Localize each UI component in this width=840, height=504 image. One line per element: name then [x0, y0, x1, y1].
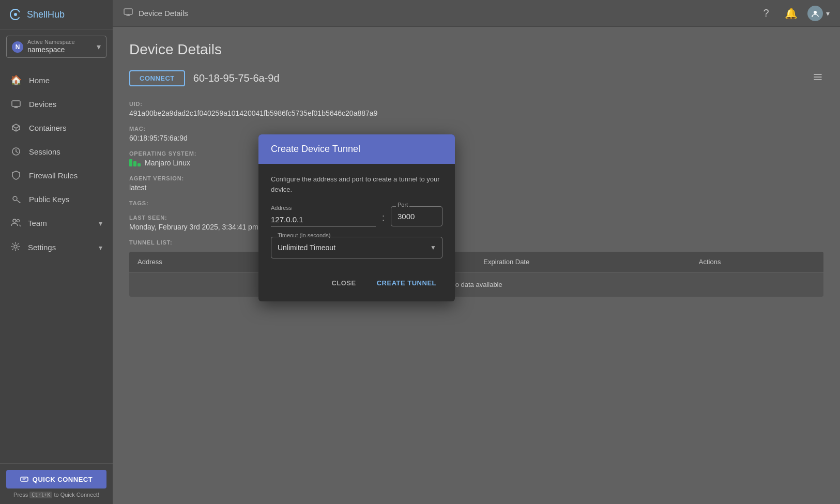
list-view-button[interactable] [812, 71, 823, 85]
user-menu[interactable]: ▾ [807, 6, 830, 21]
tunnel-list-table: Address Host Port Expiration Date Action… [129, 252, 823, 297]
sidebar-item-team[interactable]: Team ▾ [0, 211, 113, 235]
user-dropdown-arrow: ▾ [826, 9, 830, 18]
uid-section: UID: 491a00be2a9dad2c1f040259a101420041f… [129, 101, 823, 117]
agent-section: AGENT VERSION: latest [129, 175, 823, 192]
os-section: OPERATING SYSTEM: Manjaro Linux [129, 150, 823, 167]
public-keys-icon [10, 193, 22, 205]
uid-label: UID: [129, 101, 823, 107]
main-content: Device Details ? 🔔 ▾ Device Details CONN… [113, 0, 840, 504]
address-input[interactable] [271, 213, 376, 226]
address-label: Address [271, 205, 376, 211]
namespace-selector[interactable]: N Active Namespace namespace ▾ [6, 36, 106, 58]
port-field-group: Port [391, 206, 442, 226]
help-button[interactable]: ? [758, 5, 774, 22]
svg-point-0 [14, 13, 17, 16]
timeout-select[interactable]: Unlimited Timeout 30 seconds 60 seconds … [271, 237, 442, 258]
port-input[interactable] [391, 206, 442, 226]
modal-address-port-row: Address : Port [271, 205, 442, 226]
sidebar-item-label-public-keys: Public Keys [29, 195, 69, 204]
sidebar-item-label-containers: Containers [29, 124, 67, 132]
os-label: OPERATING SYSTEM: [129, 150, 823, 157]
namespace-initial: N [12, 41, 23, 53]
device-mac-display: 60-18-95-75-6a-9d [193, 72, 280, 84]
quick-connect-icon [20, 475, 28, 483]
colon-separator: : [382, 212, 385, 226]
topbar: Device Details ? 🔔 ▾ [113, 0, 840, 27]
nav-items: 🏠 Home Devices Containers Sessions Fi [0, 64, 113, 463]
modal-header: Create Device Tunnel [258, 134, 455, 164]
tags-label: TAGS: [129, 200, 823, 206]
sidebar-item-devices[interactable]: Devices [0, 92, 113, 116]
svg-point-4 [13, 219, 16, 222]
mac-label: MAC: [129, 126, 823, 132]
sidebar-item-home[interactable]: 🏠 Home [0, 68, 113, 92]
logo-area: ShellHub [0, 0, 113, 29]
create-tunnel-modal: Create Device Tunnel Configure the addre… [258, 134, 455, 301]
quick-connect-shortcut-hint: Press Ctrl+K to Quick Connect! [6, 492, 106, 498]
sidebar-item-public-keys[interactable]: Public Keys [0, 187, 113, 211]
sidebar-item-label-sessions: Sessions [29, 147, 60, 156]
modal-close-button[interactable]: CLOSE [325, 275, 362, 291]
app-name: ShellHub [27, 9, 65, 20]
notifications-button[interactable]: 🔔 [783, 5, 799, 22]
agent-value: latest [129, 184, 823, 192]
namespace-dropdown-arrow: ▾ [97, 42, 101, 52]
timeout-select-wrapper: Unlimited Timeout 30 seconds 60 seconds … [271, 237, 442, 258]
user-avatar [807, 6, 823, 21]
topbar-breadcrumb-area: Device Details [123, 7, 188, 20]
connect-button[interactable]: CONNECT [129, 70, 185, 86]
sidebar-item-firewall-rules[interactable]: Firewall Rules [0, 163, 113, 187]
modal-description: Configure the address and port to create… [271, 174, 442, 194]
quick-connect-button[interactable]: QUICK CONNECT [6, 470, 106, 488]
manjaro-icon [129, 159, 141, 166]
tunnel-list-header: TUNNEL LIST: [129, 239, 823, 246]
namespace-value: namespace [27, 45, 75, 54]
settings-icon [10, 241, 21, 253]
sidebar-item-label-team: Team [28, 219, 47, 227]
devices-icon [10, 98, 22, 110]
shortcut-key: Ctrl+K [29, 492, 52, 498]
sidebar-item-containers[interactable]: Containers [0, 116, 113, 140]
sidebar-item-settings[interactable]: Settings ▾ [0, 235, 113, 259]
firewall-icon [10, 170, 22, 181]
sidebar-item-label-settings: Settings [28, 243, 56, 252]
svg-rect-1 [12, 101, 20, 106]
os-value-row: Manjaro Linux [129, 159, 823, 167]
uid-value: 491a00be2a9dad2c1f040259a101420041fb5986… [129, 109, 823, 117]
sidebar-item-label-devices: Devices [29, 100, 56, 109]
tunnel-table-empty-row: No data available [129, 272, 823, 297]
agent-label: AGENT VERSION: [129, 175, 823, 181]
modal-create-tunnel-button[interactable]: CREATE TUNNEL [371, 275, 442, 291]
last-seen-section: LAST SEEN: Monday, February 3rd 2025, 3:… [129, 215, 823, 231]
modal-actions-row: CLOSE CREATE TUNNEL [271, 271, 442, 291]
svg-point-9 [814, 11, 817, 14]
timeout-field-group: Timeout (in seconds) Unlimited Timeout 3… [271, 237, 442, 258]
svg-point-5 [17, 220, 20, 222]
address-field-group: Address [271, 205, 376, 226]
last-seen-value: Monday, February 3rd 2025, 3:34:41 pm [129, 223, 823, 231]
no-data-cell: No data available [129, 272, 823, 297]
page-content-area: Device Details CONNECT 60-18-95-75-6a-9d… [113, 27, 840, 311]
last-seen-label: LAST SEEN: [129, 215, 823, 221]
tags-section: TAGS: [129, 200, 823, 206]
team-icon [10, 217, 21, 229]
col-expiration: Expiration Date [475, 252, 690, 272]
os-value: Manjaro Linux [145, 159, 190, 167]
sidebar-item-label-firewall: Firewall Rules [29, 171, 78, 180]
namespace-label: Active Namespace [27, 39, 75, 45]
sidebar-item-sessions[interactable]: Sessions [0, 140, 113, 163]
port-label: Port [396, 202, 409, 208]
device-header-row: CONNECT 60-18-95-75-6a-9d [129, 70, 823, 86]
topbar-breadcrumb: Device Details [139, 9, 188, 18]
home-icon: 🏠 [10, 74, 22, 86]
topbar-right-actions: ? 🔔 ▾ [758, 5, 830, 22]
team-expand-arrow: ▾ [99, 219, 102, 227]
sidebar-item-label-home: Home [29, 76, 50, 85]
sidebar: ShellHub N Active Namespace namespace ▾ … [0, 0, 113, 504]
sessions-icon [10, 146, 22, 157]
containers-icon [10, 122, 22, 133]
svg-rect-7 [21, 477, 28, 481]
svg-rect-8 [124, 9, 132, 14]
col-address: Address [129, 252, 271, 272]
